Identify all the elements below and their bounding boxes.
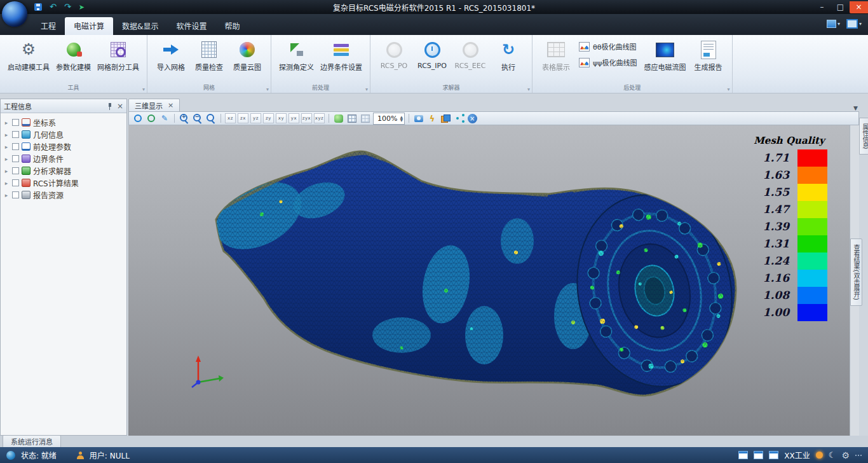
pin-icon[interactable] [107, 102, 113, 110]
group-launcher-icon[interactable]: ▾ [142, 86, 145, 92]
psi-polarization-curve-button[interactable]: ψψ极化曲线图 [576, 57, 640, 68]
expand-arrow-icon[interactable]: ▸ [3, 168, 10, 174]
table-display-button[interactable]: 表格展示 [537, 38, 575, 74]
expand-arrow-icon[interactable]: ▸ [3, 156, 10, 162]
panel-close-icon[interactable]: × [117, 102, 123, 111]
quality-check-button[interactable]: 质量检查 [190, 38, 228, 74]
app-logo-icon[interactable] [2, 1, 27, 27]
boundary-condition-button[interactable]: 边界条件设置 [317, 38, 365, 74]
execute-button[interactable]: ↻ 执行 [489, 38, 527, 74]
capture-icon[interactable] [413, 113, 424, 124]
zoom-window-icon[interactable] [205, 113, 217, 124]
rcs-eec-button[interactable]: RCS_EEC [451, 38, 489, 72]
view-results-vertical-tab[interactable]: 查看结果(双击展开) [850, 238, 862, 306]
sun-icon[interactable] [816, 452, 823, 459]
view-yx-button[interactable]: yx [288, 113, 299, 123]
expand-arrow-icon[interactable]: ▸ [3, 180, 10, 186]
checkbox[interactable] [12, 131, 19, 138]
minimize-button[interactable]: – [813, 1, 831, 13]
draw-icon[interactable]: ✎ [159, 113, 170, 124]
rcs-ipo-button[interactable]: RCS_IPO [413, 38, 451, 72]
undo-icon[interactable]: ↶ [50, 3, 57, 11]
import-mesh-button[interactable]: 导入网格 [152, 38, 190, 74]
maximize-button[interactable]: □ [831, 1, 850, 13]
layers-stack-icon[interactable] [440, 113, 451, 124]
layout-window-icon[interactable] [754, 451, 763, 459]
quality-cloud-map-button[interactable]: 质量云图 [228, 38, 266, 74]
tab-data-display[interactable]: 数据&显示 [113, 17, 167, 35]
tree-item-coordinate-system[interactable]: ▸ 坐标系 [2, 116, 125, 128]
view-zy-button[interactable]: zy [263, 113, 274, 123]
tab-help[interactable]: 帮助 [215, 17, 248, 35]
redo-icon[interactable]: ↷ [64, 3, 71, 11]
generate-report-button[interactable]: 生成报告 [689, 38, 728, 74]
tree-item-report-resources[interactable]: ▸ 报告资源 [2, 189, 125, 201]
clear-view-icon[interactable]: × [466, 113, 478, 124]
parametric-modeling-button[interactable]: 参数化建模 [53, 38, 94, 74]
zoom-out-icon[interactable]: − [192, 113, 203, 124]
expand-arrow-icon[interactable]: ▸ [3, 120, 10, 126]
expand-arrow-icon[interactable]: ▸ [3, 144, 10, 150]
checkbox[interactable] [12, 191, 19, 198]
tree-item-geometry-info[interactable]: ▸ 几何信息 [2, 128, 125, 141]
zoom-level-select[interactable]: 100% ▲▼ [373, 113, 405, 125]
checkbox[interactable] [12, 143, 19, 150]
tab-software-settings[interactable]: 软件设置 [167, 17, 215, 35]
display-mode-button[interactable]: ▾ [846, 19, 862, 29]
save-icon[interactable] [34, 3, 42, 11]
checkbox[interactable] [12, 167, 19, 174]
tab-3d-display[interactable]: 三维显示 × [128, 99, 180, 111]
induced-current-map-button[interactable]: 感应电磁流图 [641, 38, 689, 74]
orbit-icon[interactable] [132, 113, 144, 124]
rcs-po-button[interactable]: RCS_PO [375, 38, 413, 72]
execute-refresh-icon: ↻ [499, 40, 518, 59]
probe-lightning-icon[interactable]: ϟ [426, 113, 438, 124]
grid-mode-icon[interactable] [346, 113, 358, 124]
probe-angle-button[interactable]: 探测角定义 [276, 38, 317, 74]
view-iso2-button[interactable]: xyz [314, 113, 325, 123]
group-launcher-icon[interactable]: ▾ [365, 86, 368, 92]
checkbox[interactable] [12, 179, 19, 186]
view-xy-button[interactable]: xy [276, 113, 287, 123]
tree-item-preprocess-params[interactable]: ▸ 前处理参数 [2, 141, 125, 153]
tree-item-rcs-results[interactable]: ▸ RCS计算结果 [2, 177, 125, 189]
zoom-spinner[interactable]: ▲▼ [400, 115, 403, 121]
close-button[interactable]: × [850, 1, 868, 13]
launch-modeling-tool-button[interactable]: ⚙ 启动建模工具 [4, 38, 53, 74]
view-iso1-button[interactable]: zyx [301, 113, 312, 123]
view-yz-button[interactable]: yz [250, 113, 261, 123]
scene-graph-icon[interactable] [453, 113, 465, 124]
wireframe-mode-icon[interactable] [360, 113, 371, 124]
mesh-partition-tool-button[interactable]: 网格剖分工具 [94, 38, 142, 74]
checkbox[interactable] [12, 119, 19, 126]
moon-icon[interactable]: ☾ [829, 450, 836, 460]
group-launcher-icon[interactable]: ▾ [266, 86, 269, 92]
tab-project[interactable]: 工程 [32, 17, 65, 35]
checkbox[interactable] [12, 155, 19, 162]
mesh-model[interactable] [128, 125, 850, 436]
tab-overflow-icon[interactable]: ▼ [853, 105, 859, 111]
expand-arrow-icon[interactable]: ▸ [3, 132, 10, 138]
view-xz-button[interactable]: xz [225, 113, 236, 123]
tab-close-icon[interactable]: × [168, 101, 173, 109]
system-messages-tab[interactable]: 系统运行消息 [3, 435, 61, 447]
viewport-3d[interactable]: Mesh Quality 1.71 1.63 1.55 1.47 1.39 1.… [128, 125, 850, 436]
group-launcher-icon[interactable]: ▾ [728, 86, 730, 92]
theta-polarization-curve-button[interactable]: θθ极化曲线图 [576, 41, 640, 52]
view-zx-button[interactable]: zx [238, 113, 248, 123]
panel-layout-button[interactable]: ▾ [827, 20, 840, 28]
group-launcher-icon[interactable]: ▾ [527, 86, 530, 92]
tree-item-solver[interactable]: ▸ 分析求解器 [2, 165, 125, 177]
attribute-info-vertical-tab[interactable]: 属性信息 [859, 118, 868, 155]
tab-em-computation[interactable]: 电磁计算 [65, 17, 113, 35]
shaded-mode-icon[interactable] [333, 113, 344, 124]
resize-grip[interactable] [855, 455, 862, 456]
layout-window-icon[interactable] [738, 451, 748, 459]
layout-window-icon[interactable] [769, 451, 778, 459]
zoom-in-icon[interactable]: + [179, 113, 190, 124]
quick-launch-icon[interactable]: ➤ [79, 3, 85, 11]
tree-item-boundary-conditions[interactable]: ▸ 边界条件 [2, 153, 125, 165]
settings-gear-icon[interactable]: ⚙ [841, 450, 850, 460]
expand-arrow-icon[interactable]: ▸ [3, 192, 10, 198]
rotate-view-icon[interactable] [146, 113, 157, 124]
